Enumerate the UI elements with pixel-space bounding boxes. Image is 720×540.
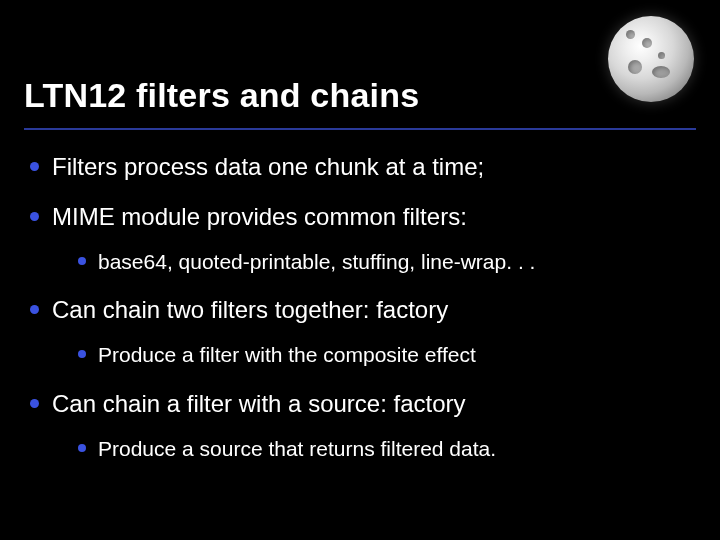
sub-bullet-list: Produce a source that returns filtered d… xyxy=(52,435,696,462)
moon-crater xyxy=(628,60,642,74)
sub-bullet-text: Produce a filter with the composite effe… xyxy=(98,343,476,366)
title-divider xyxy=(24,128,696,130)
bullet-list: Filters process data one chunk at a time… xyxy=(24,152,696,462)
moon-crater xyxy=(642,38,652,48)
bullet-text: MIME module provides common filters: xyxy=(52,203,467,230)
bullet-text: Can chain two filters together: factory xyxy=(52,296,448,323)
bullet-item: Can chain two filters together: factory … xyxy=(24,295,696,368)
sub-bullet-list: base64, quoted-printable, stuffing, line… xyxy=(52,248,696,275)
bullet-item: MIME module provides common filters: bas… xyxy=(24,202,696,275)
sub-bullet-list: Produce a filter with the composite effe… xyxy=(52,341,696,368)
sub-bullet-item: Produce a filter with the composite effe… xyxy=(76,341,696,368)
slide-body: Filters process data one chunk at a time… xyxy=(24,152,696,482)
slide-title: LTN12 filters and chains xyxy=(24,76,419,115)
bullet-text: Filters process data one chunk at a time… xyxy=(52,153,484,180)
bullet-text: Can chain a filter with a source: factor… xyxy=(52,390,466,417)
slide: LTN12 filters and chains Filters process… xyxy=(0,0,720,540)
bullet-item: Can chain a filter with a source: factor… xyxy=(24,389,696,462)
moon-crater xyxy=(658,52,665,59)
moon-crater xyxy=(626,30,635,39)
sub-bullet-text: base64, quoted-printable, stuffing, line… xyxy=(98,250,535,273)
sub-bullet-item: base64, quoted-printable, stuffing, line… xyxy=(76,248,696,275)
moon-crater xyxy=(652,66,670,78)
moon-image xyxy=(608,16,694,102)
bullet-item: Filters process data one chunk at a time… xyxy=(24,152,696,182)
sub-bullet-item: Produce a source that returns filtered d… xyxy=(76,435,696,462)
sub-bullet-text: Produce a source that returns filtered d… xyxy=(98,437,496,460)
